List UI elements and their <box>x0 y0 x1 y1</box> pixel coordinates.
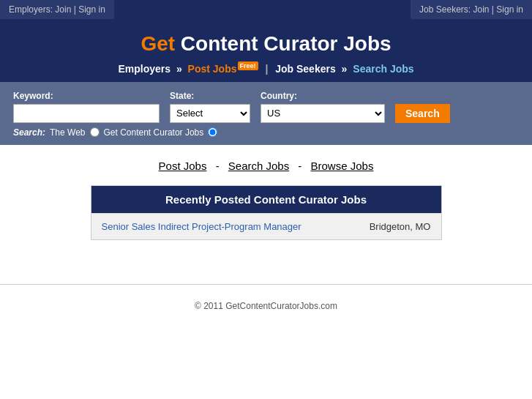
keyword-field: Keyword: <box>13 91 160 123</box>
dash-1: - <box>216 160 220 172</box>
state-select[interactable]: Select ALAKAZAR CACOCTDE FLGAHIID ILINIA… <box>170 104 250 123</box>
job-row: Senior Sales Indirect Project-Program Ma… <box>91 213 441 239</box>
country-label: Country: <box>261 91 385 101</box>
pipe-sep: | <box>71 4 78 15</box>
country-select[interactable]: US CA GB AU IN DE FR <box>261 104 385 123</box>
job-location: Bridgeton, MO <box>370 221 431 232</box>
employers-nav[interactable]: Employers: Join | Sign in <box>0 0 114 19</box>
top-nav: Employers: Join | Sign in Job Seekers: J… <box>0 0 532 19</box>
title-get: Get <box>141 32 175 55</box>
search-jobs-action-link[interactable]: Search Jobs <box>228 160 289 172</box>
radio-web[interactable] <box>90 127 100 137</box>
keyword-input[interactable] <box>13 104 160 123</box>
recently-posted-header: Recently Posted Content Curator Jobs <box>91 186 441 213</box>
search-button[interactable]: Search <box>395 104 450 123</box>
post-jobs-action-link[interactable]: Post Jobs <box>159 160 207 172</box>
main-content: Post Jobs - Search Jobs - Browse Jobs Re… <box>0 145 532 255</box>
browse-jobs-action-link[interactable]: Browse Jobs <box>311 160 374 172</box>
arrow-2: » <box>342 63 351 75</box>
jobseekers-nav-text: Job Seekers: <box>419 4 473 15</box>
post-jobs-link[interactable]: Post Jobs <box>188 63 237 75</box>
search-radio-row: Search: The Web Get Content Curator Jobs <box>13 127 519 138</box>
footer-copyright: © 2011 GetContentCuratorJobs.com <box>195 301 337 311</box>
pipe-sep2: | <box>490 4 497 15</box>
country-field: Country: US CA GB AU IN DE FR <box>261 91 385 123</box>
employers-join-link[interactable]: Join <box>55 4 71 15</box>
jobseekers-join-link[interactable]: Join <box>473 4 489 15</box>
footer: © 2011 GetContentCuratorJobs.com <box>0 284 532 327</box>
arrow-1: » <box>176 63 185 75</box>
employers-signin-link[interactable]: Sign in <box>78 4 105 15</box>
state-label: State: <box>170 91 250 101</box>
jobseekers-signin-link[interactable]: Sign in <box>496 4 523 15</box>
sub-nav: Employers » Post JobsFree! | Job Seekers… <box>0 61 532 75</box>
job-title-link[interactable]: Senior Sales Indirect Project-Program Ma… <box>102 221 301 232</box>
pipe-divider: | <box>265 63 268 75</box>
radio-web-label: The Web <box>50 127 85 138</box>
site-header: Get Content Curator Jobs Employers » Pos… <box>0 19 532 82</box>
site-title: Get Content Curator Jobs <box>0 32 532 56</box>
jobseekers-label: Job Seekers <box>275 63 336 75</box>
keyword-label: Keyword: <box>13 91 160 101</box>
dash-2: - <box>298 160 301 172</box>
title-rest: Content Curator Jobs <box>175 32 391 55</box>
search-radio-label: Search: <box>13 127 45 138</box>
search-jobs-header-link[interactable]: Search Jobs <box>353 63 413 75</box>
state-field: State: Select ALAKAZAR CACOCTDE FLGAHIID… <box>170 91 250 123</box>
employers-label: Employers <box>118 63 171 75</box>
search-bar: Keyword: State: Select ALAKAZAR CACOCTDE… <box>0 82 532 145</box>
recently-posted-section: Recently Posted Content Curator Jobs Sen… <box>91 185 442 240</box>
radio-site[interactable] <box>208 127 217 137</box>
search-bar-row: Keyword: State: Select ALAKAZAR CACOCTDE… <box>13 91 519 123</box>
action-links: Post Jobs - Search Jobs - Browse Jobs <box>44 160 488 172</box>
jobseekers-nav[interactable]: Job Seekers: Join | Sign in <box>411 0 532 19</box>
employers-nav-text: Employers: <box>9 4 55 15</box>
free-badge: Free! <box>238 61 258 70</box>
radio-site-label: Get Content Curator Jobs <box>104 127 204 138</box>
